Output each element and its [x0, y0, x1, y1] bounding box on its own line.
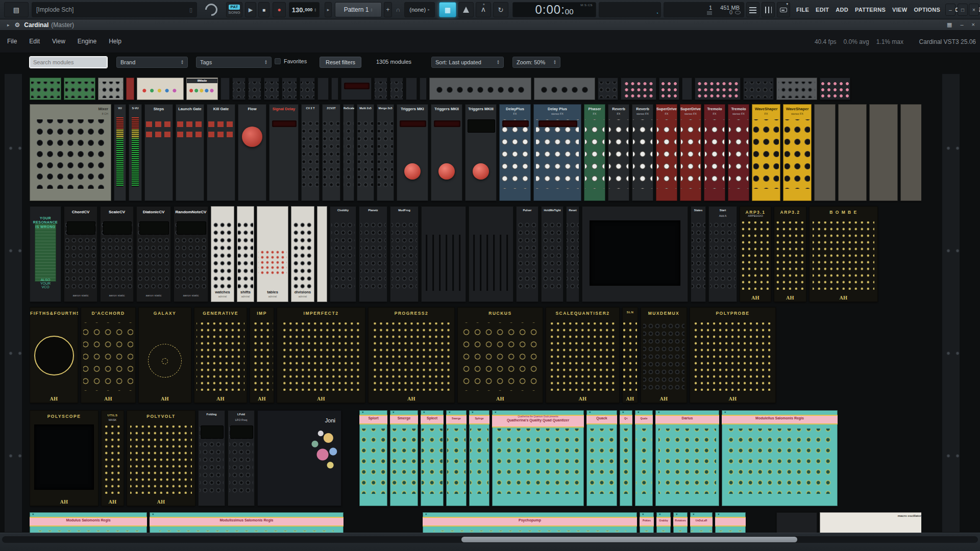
module-tremolo[interactable]: TremoloFX	[704, 104, 725, 201]
module-signal-delay[interactable]: Signal Delay	[269, 104, 299, 201]
scrollbar-thumb[interactable]	[461, 537, 797, 542]
playlist-view-button[interactable]	[746, 2, 760, 17]
module-lfold[interactable]: LFoldLFO Freq	[228, 410, 255, 506]
module-panel[interactable]	[232, 78, 246, 100]
plugin-menu-view[interactable]: View	[52, 38, 65, 45]
module-panel[interactable]	[598, 78, 618, 100]
plugin-gear-icon[interactable]: ⚙	[15, 21, 20, 29]
module-muxdemux[interactable]: MUXDEMUXAH	[641, 307, 687, 403]
module-diatoniccv[interactable]: DiatonicCVaaron static	[136, 206, 171, 302]
module-panel[interactable]	[341, 78, 372, 100]
module-superdrive[interactable]: SuperDrivestereo FX	[680, 104, 701, 201]
tempo-display[interactable]: 130.000 ▲▼	[289, 2, 320, 17]
window-close-button[interactable]: ×	[969, 4, 979, 16]
module-rescale[interactable]: ReScale	[343, 104, 354, 201]
module-cloddity[interactable]: Cloddity	[330, 206, 356, 302]
module-undular[interactable]: UnDuLaR	[690, 512, 713, 533]
module-macro-oscillator[interactable]: macro oscillator	[820, 512, 921, 533]
fl-menu-add[interactable]: ADD	[836, 7, 848, 13]
fl-menu-patterns[interactable]: PATTERNS	[855, 7, 886, 13]
module-quale[interactable]: Quale	[635, 410, 653, 506]
module-polyprobe[interactable]: POLYPROBEAH	[690, 307, 776, 403]
pat-mode-badge[interactable]: PAT	[229, 5, 240, 10]
mixer-view-button[interactable]	[762, 2, 775, 17]
module-mixer[interactable]: Mixer8 CH	[30, 104, 111, 201]
module-panel[interactable]	[814, 104, 836, 201]
stop-button[interactable]: ■	[258, 2, 270, 17]
module-launch-gate[interactable]: Launch Gate	[176, 104, 204, 201]
module-panel[interactable]	[659, 78, 679, 100]
module-panel[interactable]	[534, 78, 595, 100]
module-splort[interactable]: Splort	[359, 410, 387, 506]
module-b-o-m-b-e[interactable]: B O M B EAH	[809, 206, 878, 302]
module-rotatoes[interactable]: Rotatoes	[673, 512, 688, 533]
module-start[interactable]: StartAdd A	[708, 206, 737, 302]
module-panel[interactable]	[390, 78, 403, 100]
wait-for-input-button[interactable]: Λ	[476, 2, 491, 17]
song-mode-label[interactable]: SONG	[228, 10, 240, 15]
module-modulissimus-salomonis-regis[interactable]: Modulissimus Salomonis Regis	[150, 512, 344, 533]
module-panel[interactable]	[317, 206, 327, 302]
module-watches[interactable]: watchesadmiral	[211, 206, 234, 302]
module-scalequantiser2[interactable]: SCALEQUANTISER2AH	[546, 307, 620, 403]
module-q[interactable]: Q<	[620, 410, 632, 506]
module-psychopump[interactable]: Psychopump	[423, 512, 637, 533]
module-multi-2x5[interactable]: Multi 2x5	[357, 104, 374, 201]
module-arp3-2[interactable]: ARP3.2AH	[774, 206, 806, 302]
pattern-stepper[interactable]: ▲▼	[370, 8, 373, 12]
module-panel[interactable]	[820, 78, 850, 100]
module-panel[interactable]	[743, 78, 774, 100]
module-holdmetight[interactable]: HoldMeTight	[541, 206, 564, 302]
module-panel[interactable]	[264, 78, 279, 100]
module-panel[interactable]	[469, 206, 513, 302]
module-panel[interactable]	[715, 512, 746, 533]
window-minimize-button[interactable]: –	[945, 4, 955, 16]
module-spleet[interactable]: Spleet	[421, 410, 444, 506]
loop-record-button[interactable]: ↻	[493, 2, 508, 17]
module-triggers-mkiii[interactable]: Triggers MKIII	[465, 104, 497, 201]
trash-icon[interactable]: ▯	[189, 7, 192, 13]
module-folding[interactable]: Folding	[198, 410, 225, 506]
horizontal-scrollbar[interactable]	[2, 536, 978, 543]
time-display[interactable]: 0:00: 00 M:S:CS	[512, 2, 596, 17]
pat-song-toggle[interactable]: PAT SONG	[226, 2, 242, 17]
module-delayplus[interactable]: DelayPlusFX	[499, 104, 531, 201]
module-panel[interactable]	[300, 78, 315, 100]
add-pattern-button[interactable]: +	[384, 2, 392, 17]
record-button[interactable]: ●	[273, 2, 286, 17]
module-panel[interactable]	[282, 78, 297, 100]
module-reverb[interactable]: Reverbstereo FX	[632, 104, 653, 201]
module-panel[interactable]	[317, 78, 329, 100]
typing-keyboard-toggle[interactable]: ▦	[439, 2, 456, 17]
module-modulus-salomonis-regis[interactable]: Modulus Salomonis Regis	[30, 512, 147, 533]
module-shifts[interactable]: shiftsadmiral	[237, 206, 254, 302]
module-panel[interactable]	[30, 78, 61, 100]
play-button[interactable]: ▶	[245, 2, 256, 17]
module-progress2[interactable]: PROGRESS2AH	[368, 307, 455, 403]
module-tables[interactable]: tablesadmiral	[257, 206, 288, 302]
module-pulser[interactable]: Pulser	[516, 206, 538, 302]
module-cv-2-t[interactable]: CV 2 T	[301, 104, 320, 201]
module-pokies[interactable]: Pokies	[640, 512, 654, 533]
module-8made[interactable]: 8Made	[186, 78, 218, 100]
window-maximize-button[interactable]: □	[958, 4, 968, 16]
tempo-stepper[interactable]: ▲▼	[314, 8, 316, 12]
module-your-resonance-is-wrong[interactable]: YOUR RESONANCE IS WRONGALSO YOUR VCO	[30, 206, 61, 302]
module-generative[interactable]: GENERATIVEAH	[194, 307, 247, 403]
module-arp3-1[interactable]: ARP3.1ARPEGGIOAH	[740, 206, 771, 302]
module-tremolo[interactable]: Tremolostereo FX	[728, 104, 749, 201]
module-zcv2t[interactable]: ZCV2T	[322, 104, 340, 201]
module-imp[interactable]: IMPAH	[250, 307, 274, 403]
module-ruckus[interactable]: RUCKUSAH	[457, 307, 543, 403]
module-panel[interactable]	[621, 78, 656, 100]
module-panel[interactable]	[248, 78, 261, 100]
module-panel[interactable]	[98, 78, 124, 100]
input-device-selector[interactable]: (none) ▸	[404, 2, 435, 17]
module-polyscope[interactable]: POLYSCOPEAH	[30, 410, 99, 506]
module-vu[interactable]: VU	[114, 104, 126, 201]
module-panel[interactable]	[421, 206, 466, 302]
arrangement-icon[interactable]: ▤	[4, 2, 29, 17]
module-panel[interactable]	[695, 78, 741, 100]
module-fifths-fourths[interactable]: FIFTHS&FOURTHSAH	[30, 307, 78, 403]
module-triggers-mki[interactable]: Triggers MKI	[397, 104, 428, 201]
